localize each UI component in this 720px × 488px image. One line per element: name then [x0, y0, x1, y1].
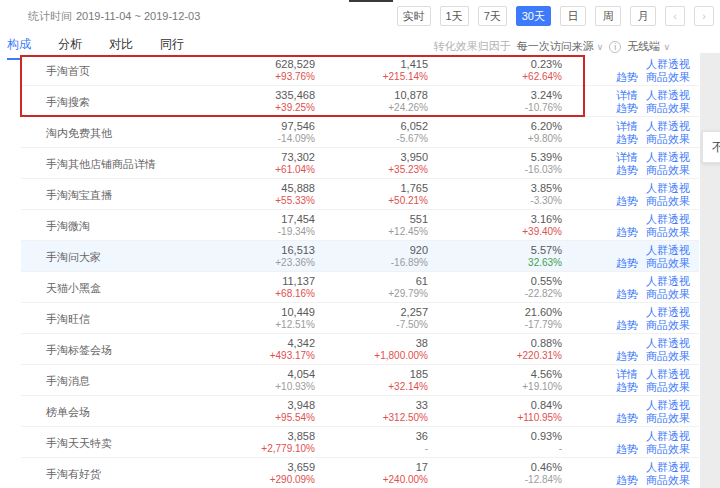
- trend-link[interactable]: 趋势: [616, 381, 638, 393]
- rate-value: 0.46%: [525, 461, 562, 474]
- buyers-value: 3,950: [388, 151, 428, 164]
- product-effect-link[interactable]: 商品效果: [646, 195, 690, 207]
- trend-link[interactable]: 趋势: [616, 350, 638, 362]
- product-effect-link[interactable]: 商品效果: [646, 164, 690, 176]
- side-panel-card[interactable]: 不: [702, 131, 720, 163]
- product-effect-link[interactable]: 商品效果: [646, 443, 690, 455]
- audience-insight-link[interactable]: 人群透视: [646, 306, 690, 318]
- audience-insight-link[interactable]: 人群透视: [646, 337, 690, 349]
- buyers-change: +215.14%: [383, 71, 428, 83]
- row-links: 人群透视 趋势商品效果: [608, 306, 690, 332]
- audience-insight-link[interactable]: 人群透视: [646, 244, 690, 256]
- product-effect-link[interactable]: 商品效果: [646, 257, 690, 269]
- trend-link[interactable]: 趋势: [616, 226, 638, 238]
- trend-link[interactable]: 趋势: [616, 257, 638, 269]
- rate-value: 5.39%: [525, 151, 562, 164]
- visitors-value: 3,858: [261, 430, 315, 443]
- audience-insight-link[interactable]: 人群透视: [646, 430, 690, 442]
- audience-insight-link[interactable]: 人群透视: [646, 275, 690, 287]
- product-effect-link[interactable]: 商品效果: [646, 102, 690, 114]
- buyers-change: +12.45%: [388, 226, 428, 238]
- time-button[interactable]: 日: [560, 6, 586, 26]
- detail-link[interactable]: 详情: [616, 151, 638, 163]
- prev-period-button[interactable]: ‹: [665, 6, 685, 26]
- trend-link[interactable]: 趋势: [616, 412, 638, 424]
- product-effect-link[interactable]: 商品效果: [646, 133, 690, 145]
- product-effect-link[interactable]: 商品效果: [646, 474, 690, 486]
- time-button[interactable]: 7天: [478, 6, 507, 26]
- rate-value: 6.20%: [528, 120, 562, 133]
- table-row: 手淘问大家 16,513 +23.36% 920 -16.89% 5.57% 3…: [21, 241, 699, 272]
- rate-value: 0.88%: [517, 337, 562, 350]
- row-links: 人群透视 趋势商品效果: [608, 58, 690, 84]
- rate-change: +39.40%: [522, 226, 562, 238]
- buyers-change: +312.50%: [383, 412, 428, 424]
- trend-link[interactable]: 趋势: [616, 319, 638, 331]
- product-effect-link[interactable]: 商品效果: [646, 288, 690, 300]
- time-button[interactable]: 实时: [397, 6, 431, 26]
- visitors-cell: 16,513 +23.36%: [275, 244, 315, 269]
- rate-change: +62.64%: [522, 71, 562, 83]
- product-effect-link[interactable]: 商品效果: [646, 319, 690, 331]
- detail-link[interactable]: 详情: [616, 89, 638, 101]
- time-button[interactable]: 30天: [516, 6, 551, 26]
- audience-insight-link[interactable]: 人群透视: [646, 58, 690, 70]
- rate-value: 4.56%: [522, 368, 562, 381]
- time-button[interactable]: 1天: [440, 6, 469, 26]
- audience-insight-link[interactable]: 人群透视: [646, 89, 690, 101]
- visitors-change: -14.09%: [278, 133, 315, 145]
- audience-insight-link[interactable]: 人群透视: [646, 399, 690, 411]
- visitors-value: 73,302: [275, 151, 315, 164]
- attribution-dropdown[interactable]: 每一次访问来源 ∨: [517, 39, 604, 54]
- audience-insight-link[interactable]: 人群透视: [646, 213, 690, 225]
- time-button[interactable]: 月: [630, 6, 656, 26]
- audience-insight-link[interactable]: 人群透视: [646, 368, 690, 380]
- trend-link[interactable]: 趋势: [616, 164, 638, 176]
- rate-value: 0.55%: [525, 275, 562, 288]
- visitors-value: 628,529: [275, 58, 315, 71]
- product-effect-link[interactable]: 商品效果: [646, 71, 690, 83]
- trend-link[interactable]: 趋势: [616, 195, 638, 207]
- audience-insight-link[interactable]: 人群透视: [646, 151, 690, 163]
- visitors-value: 97,546: [278, 120, 315, 133]
- traffic-source-name: 手淘有好货: [46, 467, 101, 482]
- trend-link[interactable]: 趋势: [616, 133, 638, 145]
- trend-link[interactable]: 趋势: [616, 443, 638, 455]
- audience-insight-link[interactable]: 人群透视: [646, 182, 690, 194]
- buyers-change: +1,800.00%: [374, 350, 428, 362]
- visitors-cell: 11,137 +68.16%: [275, 275, 315, 300]
- detail-link[interactable]: 详情: [616, 120, 638, 132]
- audience-insight-link[interactable]: 人群透视: [646, 120, 690, 132]
- terminal-dropdown[interactable]: 无线端 ∨: [627, 39, 670, 54]
- buyers-value: 10,878: [388, 89, 428, 102]
- buyers-cell: 6,052 -5.67%: [396, 120, 428, 145]
- trend-link[interactable]: 趋势: [616, 102, 638, 114]
- product-effect-link[interactable]: 商品效果: [646, 350, 690, 362]
- rate-cell: 0.23% +62.64%: [522, 58, 562, 83]
- traffic-source-name: 手淘天天特卖: [46, 436, 112, 451]
- buyers-change: -16.89%: [391, 257, 428, 269]
- buyers-change: -: [416, 443, 428, 455]
- visitors-cell: 10,449 +12.51%: [275, 306, 315, 331]
- rate-cell: 0.46% -12.84%: [525, 461, 562, 486]
- product-effect-link[interactable]: 商品效果: [646, 412, 690, 424]
- trend-link[interactable]: 趋势: [616, 288, 638, 300]
- rate-change: +19.10%: [522, 381, 562, 393]
- table-row: 手淘其他店铺商品详情 73,302 +61.04% 3,950 +35.23% …: [21, 148, 699, 179]
- visitors-value: 4,054: [275, 368, 315, 381]
- stat-time: 统计时间2019-11-04 ~ 2019-12-03: [28, 9, 200, 24]
- visitors-cell: 97,546 -14.09%: [278, 120, 315, 145]
- product-effect-link[interactable]: 商品效果: [646, 226, 690, 238]
- visitors-cell: 4,054 +10.93%: [275, 368, 315, 393]
- row-links: 详情人群透视 趋势商品效果: [608, 151, 690, 177]
- trend-link[interactable]: 趋势: [616, 474, 638, 486]
- trend-link[interactable]: 趋势: [616, 71, 638, 83]
- next-period-button[interactable]: ›: [694, 6, 714, 26]
- product-effect-link[interactable]: 商品效果: [646, 381, 690, 393]
- audience-insight-link[interactable]: 人群透视: [646, 461, 690, 473]
- detail-link[interactable]: 详情: [616, 368, 638, 380]
- buyers-change: +24.26%: [388, 102, 428, 114]
- time-button[interactable]: 周: [595, 6, 621, 26]
- rate-cell: 0.84% +110.95%: [517, 399, 562, 424]
- info-icon[interactable]: i: [609, 41, 621, 53]
